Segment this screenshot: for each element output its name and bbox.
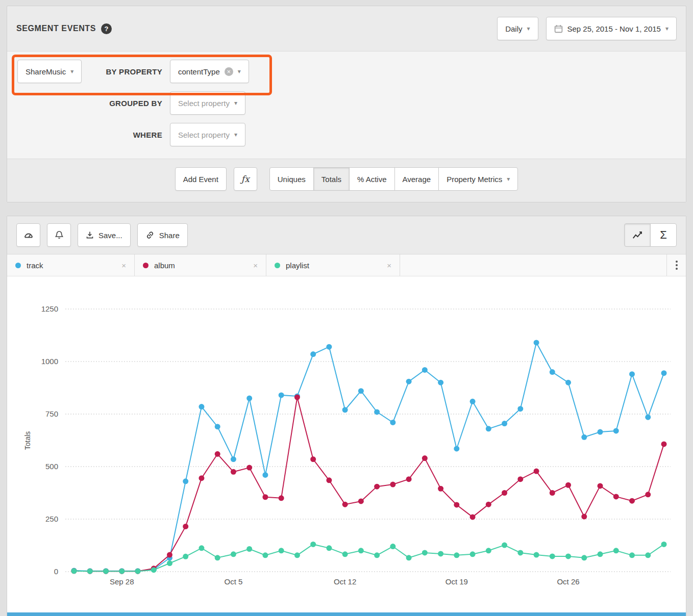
date-range-value: Sep 25, 2015 - Nov 1, 2015: [567, 24, 661, 33]
add-event-button[interactable]: Add Event: [175, 167, 227, 191]
chart-toolbar: Save... Share Σ: [7, 216, 686, 254]
grouped-by-dropdown[interactable]: Select property ▾: [170, 91, 245, 115]
svg-text:Totals: Totals: [23, 431, 32, 450]
legend-tab-track[interactable]: track ×: [7, 254, 135, 276]
svg-text:500: 500: [45, 462, 58, 471]
kebab-menu-button[interactable]: [666, 254, 686, 276]
chart-area: 025050075010001250Sep 28Oct 5Oct 12Oct 1…: [7, 276, 686, 612]
grouped-by-label: GROUPED BY: [109, 99, 162, 108]
chevron-down-icon: ▾: [234, 132, 237, 138]
event-row: ShareMusic ▾ BY PROPERTY contentType × ▾: [17, 60, 676, 83]
close-icon[interactable]: ×: [387, 261, 391, 270]
line-chart[interactable]: 025050075010001250Sep 28Oct 5Oct 12Oct 1…: [7, 276, 686, 610]
chart-range-bar[interactable]: [7, 612, 686, 616]
chart-panel: Save... Share Σ track × alb: [7, 216, 686, 616]
alert-button[interactable]: [47, 223, 71, 247]
where-label: WHERE: [133, 131, 162, 139]
clear-icon[interactable]: ×: [225, 67, 233, 76]
calendar-icon: [554, 24, 563, 33]
event-dropdown[interactable]: ShareMusic ▾: [17, 60, 82, 83]
date-range-dropdown[interactable]: Sep 25, 2015 - Nov 1, 2015 ▾: [546, 17, 677, 40]
chevron-down-icon: ▾: [527, 25, 530, 32]
chevron-down-icon: ▾: [238, 68, 241, 74]
where-row: WHERE Select property ▾: [17, 123, 676, 146]
svg-text:1250: 1250: [41, 304, 58, 313]
formula-button[interactable]: ƒx: [234, 167, 257, 191]
page-title: SEGMENT EVENTS: [16, 24, 96, 33]
legend-tab-album[interactable]: album ×: [135, 254, 266, 276]
by-property-dropdown[interactable]: contentType × ▾: [170, 60, 249, 83]
close-icon[interactable]: ×: [121, 261, 126, 270]
by-property-label: BY PROPERTY: [106, 67, 162, 76]
svg-text:Oct 26: Oct 26: [557, 577, 579, 586]
legend-tab-playlist[interactable]: playlist ×: [266, 254, 400, 276]
svg-text:250: 250: [45, 515, 58, 523]
metric-property-metrics[interactable]: Property Metrics ▾: [438, 167, 518, 191]
gauge-button[interactable]: [16, 223, 40, 247]
grouped-by-placeholder: Select property: [178, 99, 230, 108]
gauge-icon: [23, 230, 34, 240]
series-dot: [275, 263, 280, 268]
query-builder: ShareMusic ▾ BY PROPERTY contentType × ▾…: [7, 51, 686, 159]
legend-spacer: [400, 254, 666, 276]
event-value: ShareMusic: [26, 67, 66, 76]
sigma-icon: Σ: [660, 228, 667, 242]
link-icon: [145, 230, 155, 240]
metric-uniques[interactable]: Uniques: [269, 167, 314, 191]
where-dropdown[interactable]: Select property ▾: [170, 123, 245, 146]
metric-average[interactable]: Average: [394, 167, 439, 191]
chevron-down-icon: ▾: [234, 100, 237, 106]
series-dot: [15, 263, 21, 268]
svg-text:1000: 1000: [41, 357, 58, 366]
download-icon: [86, 231, 94, 239]
panel-header: SEGMENT EVENTS ? Daily ▾ Sep 25, 2015 - …: [7, 6, 686, 51]
where-placeholder: Select property: [178, 131, 230, 139]
line-chart-toggle-button[interactable]: [624, 223, 651, 247]
svg-text:Oct 5: Oct 5: [225, 577, 243, 586]
grouped-by-row: GROUPED BY Select property ▾: [17, 91, 676, 115]
svg-text:750: 750: [45, 409, 58, 418]
series-label: track: [27, 261, 43, 270]
series-legend: track × album × playlist ×: [7, 254, 686, 276]
svg-text:Sep 28: Sep 28: [110, 577, 134, 586]
bell-icon: [54, 230, 64, 240]
svg-text:0: 0: [54, 567, 58, 576]
trend-chart-icon: [632, 229, 643, 241]
series-label: playlist: [286, 261, 309, 270]
sigma-toggle-button[interactable]: Σ: [650, 223, 677, 247]
granularity-value: Daily: [505, 24, 522, 33]
series-label: album: [154, 261, 175, 270]
save-button[interactable]: Save...: [78, 223, 131, 247]
help-icon[interactable]: ?: [101, 23, 112, 34]
chart-type-toggle: Σ: [624, 223, 677, 247]
svg-text:Oct 19: Oct 19: [445, 577, 468, 586]
metric-segmented-control: Uniques Totals % Active Average Property…: [269, 167, 518, 191]
kebab-menu-icon: [676, 264, 678, 266]
metrics-toolbar: Add Event ƒx Uniques Totals % Active Ave…: [7, 159, 686, 202]
chevron-down-icon: ▾: [70, 68, 73, 74]
chevron-down-icon: ▾: [665, 25, 669, 32]
metric-percent-active[interactable]: % Active: [349, 167, 395, 191]
share-button[interactable]: Share: [137, 223, 188, 247]
query-panel: SEGMENT EVENTS ? Daily ▾ Sep 25, 2015 - …: [7, 6, 686, 202]
by-property-value: contentType: [178, 67, 220, 76]
granularity-dropdown[interactable]: Daily ▾: [497, 17, 538, 40]
close-icon[interactable]: ×: [253, 261, 258, 270]
series-dot: [143, 263, 148, 268]
metric-totals[interactable]: Totals: [313, 167, 350, 191]
svg-text:Oct 12: Oct 12: [334, 577, 356, 586]
chevron-down-icon: ▾: [507, 176, 510, 182]
